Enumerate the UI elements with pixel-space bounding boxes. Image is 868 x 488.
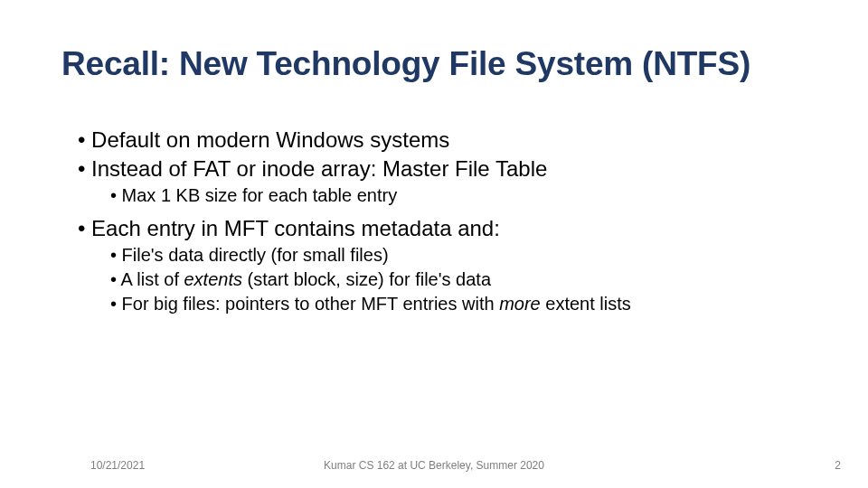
bullet-subitem: A list of extents (start block, size) fo…	[78, 268, 832, 291]
text-run: (start block, size) for file's data	[242, 269, 491, 289]
slide-title: Recall: New Technology File System (NTFS…	[61, 45, 750, 83]
bullet-item: Each entry in MFT contains metadata and:	[78, 215, 832, 242]
footer-page-number: 2	[835, 459, 841, 472]
bullet-item: Default on modern Windows systems	[78, 127, 832, 154]
text-run: A list of	[120, 269, 184, 289]
text-emphasis: extents	[184, 269, 242, 289]
text-run: extent lists	[541, 294, 631, 314]
bullet-subitem: Max 1 KB size for each table entry	[78, 184, 832, 207]
bullet-list: Default on modern Windows systems Instea…	[78, 127, 832, 315]
slide-content: Default on modern Windows systems Instea…	[78, 127, 832, 317]
text-emphasis: more	[499, 294, 541, 314]
slide: Recall: New Technology File System (NTFS…	[0, 0, 868, 488]
footer-center: Kumar CS 162 at UC Berkeley, Summer 2020	[0, 459, 868, 472]
bullet-subitem: File's data directly (for small files)	[78, 244, 832, 267]
text-run: For big files: pointers to other MFT ent…	[122, 294, 500, 314]
bullet-subitem: For big files: pointers to other MFT ent…	[78, 293, 832, 315]
bullet-item: Instead of FAT or inode array: Master Fi…	[78, 155, 832, 183]
